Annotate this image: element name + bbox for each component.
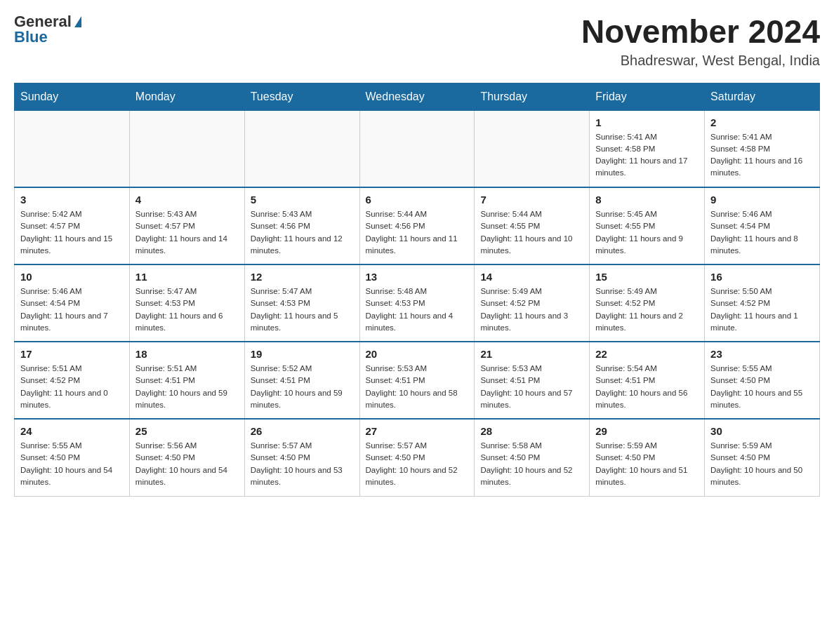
day-info: Sunrise: 5:57 AMSunset: 4:50 PMDaylight:… — [366, 440, 469, 488]
table-row: 13Sunrise: 5:48 AMSunset: 4:53 PMDayligh… — [359, 264, 475, 342]
table-row: 25Sunrise: 5:56 AMSunset: 4:50 PMDayligh… — [129, 419, 244, 496]
calendar-week-row: 17Sunrise: 5:51 AMSunset: 4:52 PMDayligh… — [15, 342, 820, 419]
calendar-week-row: 1Sunrise: 5:41 AMSunset: 4:58 PMDaylight… — [15, 110, 820, 187]
table-row: 30Sunrise: 5:59 AMSunset: 4:50 PMDayligh… — [705, 419, 820, 496]
day-number: 6 — [366, 194, 469, 206]
table-row: 20Sunrise: 5:53 AMSunset: 4:51 PMDayligh… — [359, 342, 475, 419]
day-info: Sunrise: 5:51 AMSunset: 4:52 PMDaylight:… — [20, 363, 124, 411]
page-header: General Blue November 2024 Bhadreswar, W… — [14, 14, 820, 69]
table-row: 17Sunrise: 5:51 AMSunset: 4:52 PMDayligh… — [15, 342, 130, 419]
day-number: 25 — [135, 425, 239, 437]
table-row: 22Sunrise: 5:54 AMSunset: 4:51 PMDayligh… — [590, 342, 705, 419]
table-row — [359, 110, 475, 187]
day-info: Sunrise: 5:43 AMSunset: 4:56 PMDaylight:… — [251, 208, 354, 257]
day-info: Sunrise: 5:47 AMSunset: 4:53 PMDaylight:… — [135, 286, 239, 334]
day-info: Sunrise: 5:57 AMSunset: 4:50 PMDaylight:… — [251, 440, 354, 488]
day-info: Sunrise: 5:49 AMSunset: 4:52 PMDaylight:… — [480, 286, 583, 334]
table-row: 28Sunrise: 5:58 AMSunset: 4:50 PMDayligh… — [475, 419, 590, 496]
day-number: 14 — [480, 271, 583, 283]
table-row: 10Sunrise: 5:46 AMSunset: 4:54 PMDayligh… — [15, 264, 130, 342]
day-number: 2 — [710, 116, 814, 128]
day-info: Sunrise: 5:59 AMSunset: 4:50 PMDaylight:… — [595, 440, 699, 488]
day-number: 20 — [366, 348, 469, 360]
day-number: 26 — [251, 425, 354, 437]
day-info: Sunrise: 5:48 AMSunset: 4:53 PMDaylight:… — [366, 286, 469, 334]
table-row: 11Sunrise: 5:47 AMSunset: 4:53 PMDayligh… — [129, 264, 244, 342]
day-info: Sunrise: 5:44 AMSunset: 4:55 PMDaylight:… — [480, 208, 583, 257]
day-number: 21 — [480, 348, 583, 360]
logo-general-text: General — [14, 14, 72, 29]
day-info: Sunrise: 5:43 AMSunset: 4:57 PMDaylight:… — [135, 208, 239, 257]
day-number: 3 — [20, 194, 124, 206]
table-row: 27Sunrise: 5:57 AMSunset: 4:50 PMDayligh… — [359, 419, 475, 496]
calendar-week-row: 10Sunrise: 5:46 AMSunset: 4:54 PMDayligh… — [15, 264, 820, 342]
day-info: Sunrise: 5:49 AMSunset: 4:52 PMDaylight:… — [595, 286, 699, 334]
day-info: Sunrise: 5:46 AMSunset: 4:54 PMDaylight:… — [20, 286, 124, 334]
table-row: 21Sunrise: 5:53 AMSunset: 4:51 PMDayligh… — [475, 342, 590, 419]
table-row — [244, 110, 359, 187]
table-row: 14Sunrise: 5:49 AMSunset: 4:52 PMDayligh… — [475, 264, 590, 342]
day-number: 10 — [20, 271, 124, 283]
day-number: 8 — [595, 194, 699, 206]
day-info: Sunrise: 5:52 AMSunset: 4:51 PMDaylight:… — [251, 363, 354, 411]
table-row: 1Sunrise: 5:41 AMSunset: 4:58 PMDaylight… — [590, 110, 705, 187]
column-header-saturday: Saturday — [705, 83, 820, 110]
column-header-thursday: Thursday — [475, 83, 590, 110]
day-number: 22 — [595, 348, 699, 360]
table-row: 7Sunrise: 5:44 AMSunset: 4:55 PMDaylight… — [475, 187, 590, 264]
table-row: 23Sunrise: 5:55 AMSunset: 4:50 PMDayligh… — [705, 342, 820, 419]
title-section: November 2024 Bhadreswar, West Bengal, I… — [581, 14, 820, 69]
table-row: 8Sunrise: 5:45 AMSunset: 4:55 PMDaylight… — [590, 187, 705, 264]
logo-triangle-icon — [74, 16, 81, 27]
day-info: Sunrise: 5:55 AMSunset: 4:50 PMDaylight:… — [20, 440, 124, 488]
day-number: 9 — [710, 194, 814, 206]
day-number: 4 — [135, 194, 239, 206]
day-info: Sunrise: 5:44 AMSunset: 4:56 PMDaylight:… — [366, 208, 469, 257]
day-number: 18 — [135, 348, 239, 360]
calendar-header-row: SundayMondayTuesdayWednesdayThursdayFrid… — [15, 83, 820, 110]
logo-blue-text: Blue — [14, 29, 48, 45]
day-number: 30 — [710, 425, 814, 437]
table-row: 29Sunrise: 5:59 AMSunset: 4:50 PMDayligh… — [590, 419, 705, 496]
day-info: Sunrise: 5:53 AMSunset: 4:51 PMDaylight:… — [366, 363, 469, 411]
day-info: Sunrise: 5:47 AMSunset: 4:53 PMDaylight:… — [251, 286, 354, 334]
location-label: Bhadreswar, West Bengal, India — [581, 53, 820, 69]
table-row — [475, 110, 590, 187]
day-number: 19 — [251, 348, 354, 360]
table-row — [129, 110, 244, 187]
day-number: 23 — [710, 348, 814, 360]
table-row: 5Sunrise: 5:43 AMSunset: 4:56 PMDaylight… — [244, 187, 359, 264]
day-info: Sunrise: 5:41 AMSunset: 4:58 PMDaylight:… — [595, 131, 699, 180]
day-info: Sunrise: 5:51 AMSunset: 4:51 PMDaylight:… — [135, 363, 239, 411]
table-row — [15, 110, 130, 187]
column-header-wednesday: Wednesday — [359, 83, 475, 110]
day-info: Sunrise: 5:56 AMSunset: 4:50 PMDaylight:… — [135, 440, 239, 488]
day-info: Sunrise: 5:46 AMSunset: 4:54 PMDaylight:… — [710, 208, 814, 257]
day-number: 7 — [480, 194, 583, 206]
table-row: 12Sunrise: 5:47 AMSunset: 4:53 PMDayligh… — [244, 264, 359, 342]
day-number: 15 — [595, 271, 699, 283]
day-number: 17 — [20, 348, 124, 360]
calendar-table: SundayMondayTuesdayWednesdayThursdayFrid… — [14, 83, 820, 497]
day-number: 28 — [480, 425, 583, 437]
day-info: Sunrise: 5:59 AMSunset: 4:50 PMDaylight:… — [710, 440, 814, 488]
day-info: Sunrise: 5:41 AMSunset: 4:58 PMDaylight:… — [710, 131, 814, 180]
day-number: 11 — [135, 271, 239, 283]
day-info: Sunrise: 5:58 AMSunset: 4:50 PMDaylight:… — [480, 440, 583, 488]
day-info: Sunrise: 5:45 AMSunset: 4:55 PMDaylight:… — [595, 208, 699, 257]
day-number: 13 — [366, 271, 469, 283]
table-row: 9Sunrise: 5:46 AMSunset: 4:54 PMDaylight… — [705, 187, 820, 264]
calendar-week-row: 24Sunrise: 5:55 AMSunset: 4:50 PMDayligh… — [15, 419, 820, 496]
column-header-tuesday: Tuesday — [244, 83, 359, 110]
month-title: November 2024 — [581, 14, 820, 50]
column-header-monday: Monday — [129, 83, 244, 110]
day-number: 29 — [595, 425, 699, 437]
day-info: Sunrise: 5:53 AMSunset: 4:51 PMDaylight:… — [480, 363, 583, 411]
table-row: 26Sunrise: 5:57 AMSunset: 4:50 PMDayligh… — [244, 419, 359, 496]
table-row: 3Sunrise: 5:42 AMSunset: 4:57 PMDaylight… — [15, 187, 130, 264]
table-row: 18Sunrise: 5:51 AMSunset: 4:51 PMDayligh… — [129, 342, 244, 419]
calendar-week-row: 3Sunrise: 5:42 AMSunset: 4:57 PMDaylight… — [15, 187, 820, 264]
table-row: 19Sunrise: 5:52 AMSunset: 4:51 PMDayligh… — [244, 342, 359, 419]
day-info: Sunrise: 5:50 AMSunset: 4:52 PMDaylight:… — [710, 286, 814, 334]
day-number: 24 — [20, 425, 124, 437]
